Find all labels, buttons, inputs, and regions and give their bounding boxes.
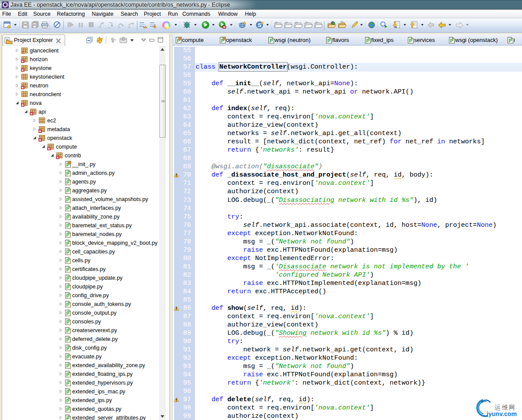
svg-text:P: P: [66, 241, 69, 246]
svg-text:P: P: [66, 197, 69, 202]
svg-text:P: P: [66, 389, 69, 395]
svg-text:P: P: [66, 328, 69, 333]
svg-text:P: P: [66, 180, 69, 185]
svg-text:P: P: [66, 354, 69, 360]
svg-text:P: P: [66, 381, 69, 386]
svg-text:P: P: [66, 407, 69, 412]
svg-text:P: P: [66, 223, 69, 229]
svg-text:P: P: [66, 162, 69, 167]
svg-text:P: P: [66, 311, 69, 316]
svg-text:P: P: [66, 293, 69, 299]
svg-text:P: P: [66, 398, 69, 403]
svg-text:P: P: [66, 232, 69, 237]
svg-text:P: P: [66, 346, 69, 351]
svg-text:P: P: [66, 206, 69, 211]
svg-text:P: P: [66, 363, 69, 368]
svg-text:P: P: [66, 276, 69, 281]
svg-text:P: P: [66, 188, 69, 194]
svg-text:P: P: [66, 337, 69, 342]
svg-text:P: P: [66, 258, 69, 264]
svg-text:P: P: [66, 319, 69, 325]
svg-text:P: P: [66, 250, 69, 255]
svg-text:P: P: [66, 171, 69, 176]
svg-text:P: P: [66, 302, 69, 307]
svg-text:iyunv.com: iyunv.com: [487, 410, 517, 417]
svg-text:P: P: [66, 372, 69, 377]
svg-text:P: P: [66, 285, 69, 290]
svg-text:运维网: 运维网: [495, 404, 516, 411]
svg-text:P: P: [66, 267, 69, 272]
svg-text:P: P: [66, 215, 69, 220]
svg-text:P: P: [66, 416, 69, 420]
